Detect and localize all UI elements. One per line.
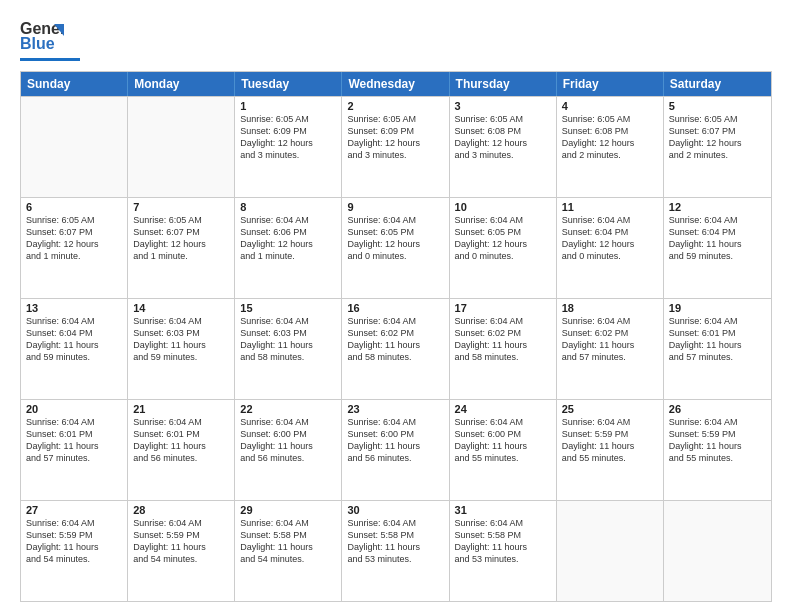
header: General Blue xyxy=(20,16,772,61)
day-number: 27 xyxy=(26,504,122,516)
day-number: 12 xyxy=(669,201,766,213)
calendar-cell xyxy=(21,97,128,197)
day-number: 22 xyxy=(240,403,336,415)
cell-info: Sunrise: 6:04 AM Sunset: 5:58 PM Dayligh… xyxy=(455,517,551,566)
calendar-body: 1Sunrise: 6:05 AM Sunset: 6:09 PM Daylig… xyxy=(21,96,771,601)
day-number: 5 xyxy=(669,100,766,112)
day-number: 26 xyxy=(669,403,766,415)
calendar-cell xyxy=(664,501,771,601)
day-number: 19 xyxy=(669,302,766,314)
calendar-cell: 19Sunrise: 6:04 AM Sunset: 6:01 PM Dayli… xyxy=(664,299,771,399)
calendar-cell: 6Sunrise: 6:05 AM Sunset: 6:07 PM Daylig… xyxy=(21,198,128,298)
calendar-cell: 9Sunrise: 6:04 AM Sunset: 6:05 PM Daylig… xyxy=(342,198,449,298)
calendar-cell: 29Sunrise: 6:04 AM Sunset: 5:58 PM Dayli… xyxy=(235,501,342,601)
calendar-cell: 23Sunrise: 6:04 AM Sunset: 6:00 PM Dayli… xyxy=(342,400,449,500)
cell-info: Sunrise: 6:05 AM Sunset: 6:07 PM Dayligh… xyxy=(669,113,766,162)
calendar-cell: 16Sunrise: 6:04 AM Sunset: 6:02 PM Dayli… xyxy=(342,299,449,399)
calendar-row: 20Sunrise: 6:04 AM Sunset: 6:01 PM Dayli… xyxy=(21,399,771,500)
calendar-cell xyxy=(557,501,664,601)
cell-info: Sunrise: 6:05 AM Sunset: 6:07 PM Dayligh… xyxy=(133,214,229,263)
day-number: 6 xyxy=(26,201,122,213)
calendar-cell: 10Sunrise: 6:04 AM Sunset: 6:05 PM Dayli… xyxy=(450,198,557,298)
calendar-header: SundayMondayTuesdayWednesdayThursdayFrid… xyxy=(21,72,771,96)
cell-info: Sunrise: 6:04 AM Sunset: 6:05 PM Dayligh… xyxy=(347,214,443,263)
logo: General Blue xyxy=(20,16,80,61)
calendar-cell: 18Sunrise: 6:04 AM Sunset: 6:02 PM Dayli… xyxy=(557,299,664,399)
cell-info: Sunrise: 6:04 AM Sunset: 5:59 PM Dayligh… xyxy=(133,517,229,566)
calendar-cell: 20Sunrise: 6:04 AM Sunset: 6:01 PM Dayli… xyxy=(21,400,128,500)
cell-info: Sunrise: 6:04 AM Sunset: 6:03 PM Dayligh… xyxy=(240,315,336,364)
cell-info: Sunrise: 6:04 AM Sunset: 6:00 PM Dayligh… xyxy=(240,416,336,465)
cell-info: Sunrise: 6:04 AM Sunset: 5:59 PM Dayligh… xyxy=(562,416,658,465)
calendar-cell: 21Sunrise: 6:04 AM Sunset: 6:01 PM Dayli… xyxy=(128,400,235,500)
cell-info: Sunrise: 6:04 AM Sunset: 6:02 PM Dayligh… xyxy=(455,315,551,364)
day-number: 24 xyxy=(455,403,551,415)
calendar-row: 6Sunrise: 6:05 AM Sunset: 6:07 PM Daylig… xyxy=(21,197,771,298)
day-number: 17 xyxy=(455,302,551,314)
calendar-cell: 28Sunrise: 6:04 AM Sunset: 5:59 PM Dayli… xyxy=(128,501,235,601)
cell-info: Sunrise: 6:04 AM Sunset: 5:58 PM Dayligh… xyxy=(347,517,443,566)
weekday-header: Wednesday xyxy=(342,72,449,96)
day-number: 10 xyxy=(455,201,551,213)
calendar-cell: 25Sunrise: 6:04 AM Sunset: 5:59 PM Dayli… xyxy=(557,400,664,500)
weekday-header: Monday xyxy=(128,72,235,96)
calendar-cell: 13Sunrise: 6:04 AM Sunset: 6:04 PM Dayli… xyxy=(21,299,128,399)
day-number: 25 xyxy=(562,403,658,415)
cell-info: Sunrise: 6:04 AM Sunset: 6:04 PM Dayligh… xyxy=(562,214,658,263)
day-number: 29 xyxy=(240,504,336,516)
calendar-cell: 22Sunrise: 6:04 AM Sunset: 6:00 PM Dayli… xyxy=(235,400,342,500)
day-number: 16 xyxy=(347,302,443,314)
cell-info: Sunrise: 6:05 AM Sunset: 6:08 PM Dayligh… xyxy=(455,113,551,162)
weekday-header: Friday xyxy=(557,72,664,96)
svg-text:Blue: Blue xyxy=(20,35,55,52)
calendar-cell: 14Sunrise: 6:04 AM Sunset: 6:03 PM Dayli… xyxy=(128,299,235,399)
calendar-cell: 11Sunrise: 6:04 AM Sunset: 6:04 PM Dayli… xyxy=(557,198,664,298)
calendar-cell xyxy=(128,97,235,197)
calendar-cell: 15Sunrise: 6:04 AM Sunset: 6:03 PM Dayli… xyxy=(235,299,342,399)
cell-info: Sunrise: 6:04 AM Sunset: 6:03 PM Dayligh… xyxy=(133,315,229,364)
day-number: 4 xyxy=(562,100,658,112)
calendar-cell: 3Sunrise: 6:05 AM Sunset: 6:08 PM Daylig… xyxy=(450,97,557,197)
calendar: SundayMondayTuesdayWednesdayThursdayFrid… xyxy=(20,71,772,602)
day-number: 30 xyxy=(347,504,443,516)
weekday-header: Sunday xyxy=(21,72,128,96)
cell-info: Sunrise: 6:05 AM Sunset: 6:09 PM Dayligh… xyxy=(240,113,336,162)
weekday-header: Tuesday xyxy=(235,72,342,96)
day-number: 21 xyxy=(133,403,229,415)
cell-info: Sunrise: 6:04 AM Sunset: 5:58 PM Dayligh… xyxy=(240,517,336,566)
day-number: 1 xyxy=(240,100,336,112)
calendar-cell: 26Sunrise: 6:04 AM Sunset: 5:59 PM Dayli… xyxy=(664,400,771,500)
calendar-cell: 27Sunrise: 6:04 AM Sunset: 5:59 PM Dayli… xyxy=(21,501,128,601)
weekday-header: Thursday xyxy=(450,72,557,96)
cell-info: Sunrise: 6:04 AM Sunset: 6:06 PM Dayligh… xyxy=(240,214,336,263)
cell-info: Sunrise: 6:04 AM Sunset: 6:05 PM Dayligh… xyxy=(455,214,551,263)
calendar-cell: 17Sunrise: 6:04 AM Sunset: 6:02 PM Dayli… xyxy=(450,299,557,399)
calendar-row: 13Sunrise: 6:04 AM Sunset: 6:04 PM Dayli… xyxy=(21,298,771,399)
calendar-cell: 4Sunrise: 6:05 AM Sunset: 6:08 PM Daylig… xyxy=(557,97,664,197)
calendar-row: 1Sunrise: 6:05 AM Sunset: 6:09 PM Daylig… xyxy=(21,96,771,197)
page: General Blue SundayMondayTuesdayWednesda… xyxy=(0,0,792,612)
cell-info: Sunrise: 6:04 AM Sunset: 6:04 PM Dayligh… xyxy=(669,214,766,263)
cell-info: Sunrise: 6:04 AM Sunset: 6:02 PM Dayligh… xyxy=(347,315,443,364)
logo-icon: General Blue xyxy=(20,16,64,56)
cell-info: Sunrise: 6:05 AM Sunset: 6:08 PM Dayligh… xyxy=(562,113,658,162)
day-number: 2 xyxy=(347,100,443,112)
cell-info: Sunrise: 6:04 AM Sunset: 5:59 PM Dayligh… xyxy=(26,517,122,566)
day-number: 15 xyxy=(240,302,336,314)
cell-info: Sunrise: 6:04 AM Sunset: 5:59 PM Dayligh… xyxy=(669,416,766,465)
cell-info: Sunrise: 6:04 AM Sunset: 6:04 PM Dayligh… xyxy=(26,315,122,364)
cell-info: Sunrise: 6:05 AM Sunset: 6:09 PM Dayligh… xyxy=(347,113,443,162)
day-number: 11 xyxy=(562,201,658,213)
calendar-cell: 2Sunrise: 6:05 AM Sunset: 6:09 PM Daylig… xyxy=(342,97,449,197)
calendar-cell: 31Sunrise: 6:04 AM Sunset: 5:58 PM Dayli… xyxy=(450,501,557,601)
weekday-header: Saturday xyxy=(664,72,771,96)
cell-info: Sunrise: 6:04 AM Sunset: 6:01 PM Dayligh… xyxy=(26,416,122,465)
cell-info: Sunrise: 6:04 AM Sunset: 6:00 PM Dayligh… xyxy=(455,416,551,465)
cell-info: Sunrise: 6:04 AM Sunset: 6:00 PM Dayligh… xyxy=(347,416,443,465)
cell-info: Sunrise: 6:04 AM Sunset: 6:01 PM Dayligh… xyxy=(669,315,766,364)
calendar-cell: 30Sunrise: 6:04 AM Sunset: 5:58 PM Dayli… xyxy=(342,501,449,601)
day-number: 20 xyxy=(26,403,122,415)
day-number: 13 xyxy=(26,302,122,314)
calendar-row: 27Sunrise: 6:04 AM Sunset: 5:59 PM Dayli… xyxy=(21,500,771,601)
day-number: 31 xyxy=(455,504,551,516)
